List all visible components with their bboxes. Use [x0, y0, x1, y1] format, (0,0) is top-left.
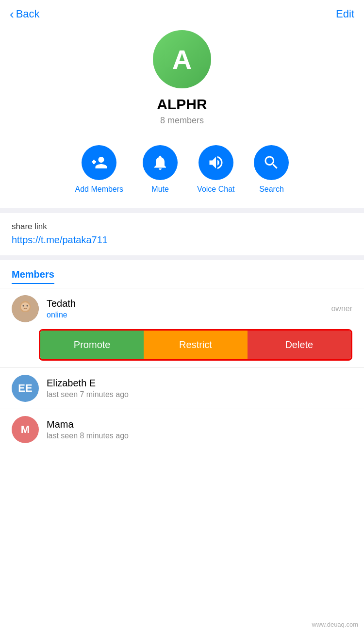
members-header: Members [0, 260, 364, 288]
members-section: Members Tedath online owner [0, 260, 364, 450]
member-status: last seen 7 minutes ago [47, 390, 352, 399]
back-button[interactable]: ‹ Back [10, 8, 40, 20]
member-row[interactable]: EE Elizabeth E last seen 7 minutes ago [0, 367, 364, 409]
share-link-url[interactable]: https://t.me/pataka711 [12, 234, 352, 246]
chevron-left-icon: ‹ [10, 8, 14, 20]
voice-chat-label: Voice Chat [197, 185, 234, 194]
profile-section: A ALPHR 8 members [0, 25, 364, 140]
search-label: Search [259, 185, 284, 194]
voice-chat-icon-circle [199, 145, 233, 180]
swipe-actions: Promote Restrict Delete [39, 329, 352, 361]
search-icon-circle [254, 145, 289, 180]
member-info-tedath: Tedath online [47, 298, 331, 319]
svg-point-3 [18, 312, 32, 321]
members-count: 8 members [160, 116, 204, 126]
bell-icon [151, 154, 169, 171]
member-badge: owner [331, 304, 352, 313]
add-members-label: Add Members [75, 185, 124, 194]
separator-1 [0, 208, 364, 213]
member-avatar-tedath [12, 295, 39, 322]
promote-button[interactable]: Promote [40, 331, 144, 359]
search-icon [263, 154, 280, 171]
group-name: ALPHR [157, 96, 207, 113]
member-row[interactable]: M Mama last seen 8 minutes ago [0, 409, 364, 450]
tedath-avatar-image [12, 295, 39, 322]
svg-point-2 [21, 302, 30, 311]
member-name: Mama [47, 419, 352, 430]
waveform-icon [207, 154, 225, 171]
members-title: Members [12, 269, 54, 284]
edit-button[interactable]: Edit [336, 8, 354, 20]
action-search[interactable]: Search [254, 145, 289, 194]
share-link-section: share link https://t.me/pataka711 [0, 213, 364, 255]
mute-icon-circle [143, 145, 178, 180]
share-link-label: share link [12, 222, 352, 232]
watermark: www.deuaq.com [312, 621, 358, 628]
add-person-icon [90, 154, 108, 171]
action-add-members[interactable]: Add Members [75, 145, 124, 194]
restrict-button[interactable]: Restrict [144, 331, 247, 359]
member-info-mama: Mama last seen 8 minutes ago [47, 419, 352, 440]
member-info-elizabeth: Elizabeth E last seen 7 minutes ago [47, 378, 352, 399]
action-mute[interactable]: Mute [143, 145, 178, 194]
separator-2 [0, 255, 364, 260]
member-name: Elizabeth E [47, 378, 352, 389]
member-row[interactable]: Tedath online owner [0, 288, 364, 329]
member-name: Tedath [47, 298, 331, 309]
svg-point-4 [23, 305, 24, 307]
nav-bar: ‹ Back Edit [0, 0, 364, 25]
member-avatar-mama: M [12, 416, 39, 443]
actions-row: Add Members Mute Voice Chat Search [0, 140, 364, 208]
add-members-icon-circle [82, 145, 116, 180]
delete-button[interactable]: Delete [248, 331, 351, 359]
svg-point-5 [27, 305, 28, 307]
group-avatar: A [153, 30, 211, 88]
action-voice-chat[interactable]: Voice Chat [197, 145, 234, 194]
member-status: last seen 8 minutes ago [47, 432, 352, 440]
member-status: online [47, 311, 331, 319]
avatar-letter: A [172, 44, 192, 75]
mute-label: Mute [151, 185, 169, 194]
member-avatar-elizabeth: EE [12, 375, 39, 402]
back-label: Back [16, 8, 40, 20]
